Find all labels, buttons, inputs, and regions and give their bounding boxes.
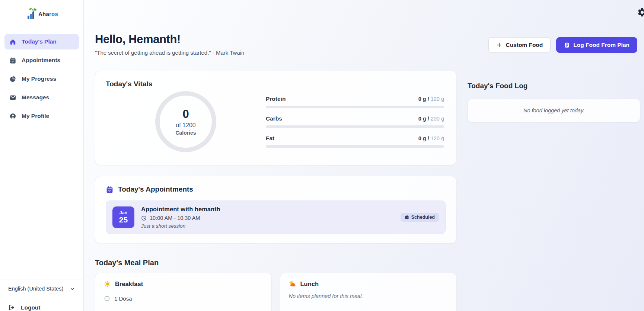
calories-value: 0 [182,108,189,121]
left-column: Today's Vitals 0 of 1200 Calories Protei… [95,71,456,311]
macro-label: Fat [266,135,274,142]
macro-row-fat: Fat 0 g / 120 g [266,135,444,148]
status-label: Scheduled [411,215,435,220]
status-badge: Scheduled [401,213,439,222]
custom-food-button[interactable]: Custom Food [488,37,551,53]
page-title: Hello, Hemanth! [95,33,244,46]
cloud-sun-icon [289,280,296,288]
meal-name: Lunch [300,280,319,288]
calorie-ring-wrap: 0 of 1200 Calories [106,91,266,152]
sidebar-item-label: Messages [22,94,49,101]
sidebar-nav: Today's Plan Appointments My Progress [0,28,83,279]
log-food-label: Log Food From Plan [573,42,629,48]
radio-circle-icon[interactable] [104,295,110,302]
breakfast-title-row: Breakfast [104,280,263,288]
dashboard-grid: Today's Vitals 0 of 1200 Calories Protei… [95,71,640,311]
macro-row-protein: Protein 0 g / 120 g [266,96,444,108]
settings-button[interactable] [637,7,644,19]
logout-icon [8,304,15,311]
sidebar-item-label: My Progress [22,76,56,82]
log-food-from-plan-button[interactable]: Log Food From Plan [556,37,637,53]
todays-vitals-card: Today's Vitals 0 of 1200 Calories Protei… [95,71,456,165]
aharos-logo-icon [25,7,38,21]
right-column: Today's Food Log No food logged yet toda… [468,71,640,311]
gear-icon [637,7,644,17]
calories-unit: Calories [175,130,196,136]
macro-progress-track [266,125,444,128]
sidebar-item-label: My Profile [22,113,49,119]
macro-label: Protein [266,96,286,102]
logout-button[interactable]: Logout [8,304,75,311]
appointments-title-row: Today's Appointments [106,185,446,193]
macro-list: Protein 0 g / 120 g Carbs 0 g / 200 g [266,96,446,148]
home-icon [9,38,16,45]
sidebar-item-my-progress[interactable]: My Progress [4,71,79,87]
calendar-check-icon [106,186,114,193]
appointment-month: Jan [119,210,128,215]
language-selector[interactable]: English (United States) [8,286,75,292]
macro-values: 0 g / 200 g [418,116,444,122]
chevron-down-icon [70,286,75,292]
sun-icon [104,280,111,288]
lunch-title-row: Lunch [289,280,448,288]
meal-plan-title: Today's Meal Plan [95,259,456,267]
calories-target: of 1200 [176,122,195,129]
food-log-title: Today's Food Log [468,82,640,90]
macro-row-carbs: Carbs 0 g / 200 g [266,115,444,128]
vitals-body: 0 of 1200 Calories Protein 0 g / 120 g [106,91,446,152]
breakfast-card: Breakfast 1 Dosa [95,273,272,311]
meal-empty-message: No items planned for this meal. [289,293,448,299]
food-log-empty-message: No food logged yet today. [523,108,584,113]
sidebar-item-label: Appointments [22,57,60,64]
language-label: English (United States) [8,286,63,292]
meal-cards: Breakfast 1 Dosa [95,273,456,311]
sidebar-item-my-profile[interactable]: My Profile [4,108,79,124]
plus-icon [496,42,502,48]
appointment-note: Just a short session [141,223,394,229]
meal-item-label: 1 Dosa [114,295,132,302]
logo-area: Aharos [0,0,83,28]
sidebar-item-label: Today's Plan [22,38,57,45]
clock-icon [141,215,147,221]
sidebar-item-todays-plan[interactable]: Today's Plan [4,34,79,49]
macro-progress-track [266,106,444,108]
user-icon [9,113,16,120]
pie-chart-icon [9,76,16,83]
macro-values: 0 g / 120 g [418,135,444,141]
appointment-time: 10:00 AM - 10:30 AM [150,215,200,221]
appointment-day: 25 [119,215,128,224]
appointment-row[interactable]: Jan 25 Appointment with hemanth 10:00 AM… [106,201,446,234]
sidebar-item-appointments[interactable]: Appointments [4,52,79,68]
page-header: Hello, Hemanth! "The secret of getting a… [95,33,640,56]
custom-food-label: Custom Food [506,42,543,48]
greeting-block: Hello, Hemanth! "The secret of getting a… [95,33,244,56]
lunch-card: Lunch No items planned for this meal. [280,273,457,311]
calorie-ring: 0 of 1200 Calories [155,91,216,152]
sidebar: Aharos Today's Plan Appointments [0,0,84,311]
appointment-date-badge: Jan 25 [112,206,134,228]
appointment-title: Appointment with hemanth [141,206,394,213]
calendar-check-icon [9,57,16,64]
macro-values: 0 g / 120 g [418,96,444,102]
vitals-title: Today's Vitals [106,80,446,88]
header-actions: Custom Food Log Food From Plan [488,37,637,53]
aharos-logo: Aharos [25,7,58,21]
todays-appointments-card: Today's Appointments Jan 25 Appointment … [95,176,456,243]
appointments-title: Today's Appointments [118,185,193,193]
appointment-info: Appointment with hemanth 10:00 AM - 10:3… [141,206,394,229]
clipboard-icon [564,42,570,48]
appointment-time-row: 10:00 AM - 10:30 AM [141,215,394,221]
food-log-card: No food logged yet today. [468,99,640,122]
sidebar-footer: English (United States) Logout [0,279,83,311]
motivational-quote: "The secret of getting ahead is getting … [95,49,244,56]
meal-item-row: 1 Dosa [104,295,263,302]
brand-name: Aharos [38,11,58,17]
sidebar-item-messages[interactable]: Messages [4,90,79,105]
meal-name: Breakfast [115,280,143,288]
calendar-badge-icon [405,215,409,219]
macro-progress-track [266,145,444,148]
logout-label: Logout [21,304,41,311]
mail-icon [9,94,16,101]
main-content: Hello, Hemanth! "The secret of getting a… [84,0,644,311]
macro-label: Carbs [266,115,282,122]
